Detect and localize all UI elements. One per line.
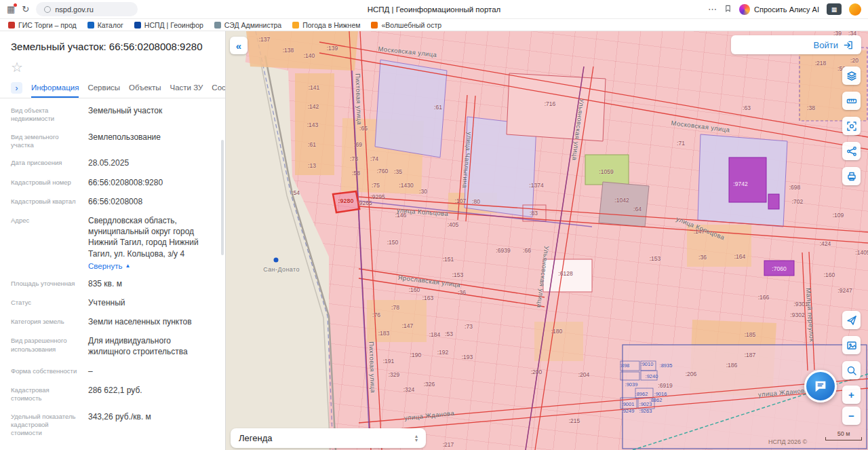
zoom-controls: + − bbox=[842, 386, 861, 425]
bookmark-favicon bbox=[8, 22, 15, 29]
address-collapse-link[interactable]: Свернуть ▲ bbox=[88, 262, 214, 270]
gallery-button[interactable] bbox=[842, 336, 861, 354]
map-tools-middle bbox=[842, 311, 861, 379]
attribute-value: 66:56:0208008:9280 bbox=[88, 177, 214, 188]
selected-parcel-shape bbox=[333, 191, 359, 212]
bookmark-item[interactable]: СЭД Администра bbox=[214, 21, 281, 29]
bookmark-favicon bbox=[371, 22, 378, 29]
zoom-frame-button[interactable] bbox=[842, 117, 861, 135]
print-icon bbox=[846, 171, 857, 182]
attribute-label: Удельный показатель кадастровой стоимост… bbox=[11, 411, 80, 438]
bookmark-label: ГИС Торги – прод bbox=[18, 21, 77, 29]
zoom-in-icon: + bbox=[848, 389, 854, 400]
bookmark-item[interactable]: ГИС Торги – прод bbox=[8, 21, 77, 29]
attribute-row: Вид земельного участка Землепользование bbox=[0, 128, 225, 154]
attribute-value: 286 622,1 руб. bbox=[88, 385, 214, 396]
panel-tab[interactable]: Объекты bbox=[129, 78, 161, 98]
gallery-icon bbox=[846, 340, 857, 351]
share-button[interactable] bbox=[842, 142, 861, 160]
collapse-link-label: Свернуть bbox=[88, 262, 122, 270]
attribute-value: Земельный участок bbox=[88, 105, 214, 116]
panel-collapse-button[interactable]: « bbox=[230, 37, 248, 54]
scale-label: 50 м bbox=[825, 430, 862, 437]
zoom-out-button[interactable]: − bbox=[842, 407, 861, 425]
parcel-info-panel: Земельный участок: 66:56:0208008:9280 ☆ … bbox=[0, 31, 226, 450]
site-icon bbox=[44, 6, 51, 13]
attribute-row: Кадастровый номер 66:56:0208008:9280 bbox=[0, 173, 225, 192]
favorite-star-icon[interactable]: ☆ bbox=[11, 60, 23, 75]
attribute-row: Удельный показатель кадастровой стоимост… bbox=[0, 407, 225, 442]
attribute-label: Адрес bbox=[11, 215, 80, 270]
attribute-label: Кадастровый квартал bbox=[11, 196, 80, 207]
alice-label: Спросить Алису AI bbox=[754, 5, 819, 14]
attribute-value: 66:56:0208008 bbox=[88, 196, 214, 207]
attribute-row: Форма собственности – bbox=[0, 362, 225, 381]
panel-tabs: › Информация Сервисы Объекты Части ЗУ Со… bbox=[0, 78, 225, 98]
panel-tab[interactable]: Информация bbox=[31, 78, 79, 98]
login-bar[interactable]: Войти bbox=[731, 35, 861, 54]
parcel-attributes: Вид объекта недвижимости Земельный участ… bbox=[0, 98, 225, 442]
attribute-value: Землепользование bbox=[88, 132, 214, 143]
url-text: nspd.gov.ru bbox=[55, 5, 94, 14]
panel-tab[interactable]: Части ЗУ bbox=[170, 78, 203, 98]
panel-tab[interactable]: Сервисы bbox=[87, 78, 120, 98]
parcel-title: Земельный участок: 66:56:0208008:9280 bbox=[0, 31, 225, 55]
bookmark-item[interactable]: Погода в Нижнем bbox=[292, 21, 360, 29]
profile-avatar[interactable] bbox=[849, 3, 861, 16]
attribute-row: Дата присвоения 28.05.2025 bbox=[0, 153, 225, 172]
attribute-value: Для индивидуального жилищного строительс… bbox=[88, 335, 214, 357]
bookmark-label: НСПД | Геоинфор bbox=[144, 21, 203, 29]
search-area-button[interactable] bbox=[842, 361, 861, 379]
attribute-row: Вид разрешенного использования Для индив… bbox=[0, 331, 225, 361]
attribute-label: Кадастровая стоимость bbox=[11, 385, 80, 403]
login-arrow-icon bbox=[843, 40, 853, 50]
attribute-value: 28.05.2025 bbox=[88, 157, 214, 168]
attribute-row: Категория земель Земли населенных пункто… bbox=[0, 312, 225, 331]
chat-icon bbox=[813, 379, 828, 394]
bookmarks-bar: ГИС Торги – прод Каталог НСПД | Геоинфор… bbox=[0, 19, 868, 31]
login-label: Войти bbox=[814, 40, 838, 50]
print-button[interactable] bbox=[842, 167, 861, 185]
attribute-label: Вид разрешенного использования bbox=[11, 335, 80, 357]
scale-ruler-icon bbox=[846, 96, 857, 107]
panel-scrollbar[interactable] bbox=[221, 140, 224, 255]
legend-expand-icon: ▴▾ bbox=[415, 434, 418, 443]
scale-bar bbox=[825, 437, 862, 440]
bookmark-label: Каталог bbox=[98, 21, 123, 29]
search-area-icon bbox=[846, 365, 857, 376]
map-tools-top bbox=[842, 67, 861, 185]
address-bar[interactable]: nspd.gov.ru bbox=[36, 2, 138, 16]
layers-button[interactable] bbox=[842, 67, 861, 85]
page-title: НСПД | Геоинформационный портал bbox=[368, 5, 501, 14]
attribute-row: Площадь уточненная 835 кв. м bbox=[0, 274, 225, 293]
attribute-row: Вид объекта недвижимости Земельный участ… bbox=[0, 101, 225, 128]
chat-button[interactable] bbox=[804, 370, 837, 402]
attribute-value: Земли населенных пунктов bbox=[88, 316, 214, 327]
cadastral-map-canvas bbox=[226, 31, 868, 450]
scale-ruler-button[interactable] bbox=[842, 92, 861, 110]
bookmark-item[interactable]: Каталог bbox=[87, 21, 123, 29]
attribute-value: – bbox=[88, 366, 214, 377]
refresh-icon[interactable]: ↻ bbox=[22, 5, 29, 14]
extensions-icon[interactable]: ▦ bbox=[827, 3, 842, 15]
legend-bar[interactable]: Легенда ▴▾ bbox=[231, 428, 426, 448]
bookmark-label: «Волшебный остр bbox=[381, 21, 441, 29]
bookmark-favicon bbox=[134, 22, 141, 29]
attribute-value: 343,26 руб./кв. м bbox=[88, 411, 214, 422]
collapse-caret-icon: ▲ bbox=[125, 263, 130, 269]
alice-assistant-button[interactable]: Спросить Алису AI bbox=[739, 4, 819, 15]
bookmark-icon[interactable] bbox=[724, 4, 732, 14]
attribute-label: Кадастровый номер bbox=[11, 177, 80, 188]
browser-toolbar: ▦ ↻ nspd.gov.ru НСПД | Геоинформационный… bbox=[0, 0, 868, 19]
attribute-row: Кадастровый квартал 66:56:0208008 bbox=[0, 192, 225, 211]
panel-tab[interactable]: Соста bbox=[212, 78, 226, 98]
more-options-icon[interactable]: ⋯ bbox=[708, 5, 717, 14]
bookmark-item[interactable]: НСПД | Геоинфор bbox=[134, 21, 203, 29]
tabs-scroll-right-button[interactable]: › bbox=[11, 82, 22, 94]
attribute-value: Свердловская область, муниципальный окру… bbox=[88, 215, 214, 259]
zoom-in-button[interactable]: + bbox=[842, 386, 861, 404]
bookmark-item[interactable]: «Волшебный остр bbox=[371, 21, 441, 29]
send-location-button[interactable] bbox=[842, 311, 861, 329]
browser-menu-icon[interactable]: ▦ bbox=[7, 5, 15, 14]
map-viewport[interactable]: :137:138:140:139:141:142:143:61:13:54:65… bbox=[226, 31, 868, 450]
